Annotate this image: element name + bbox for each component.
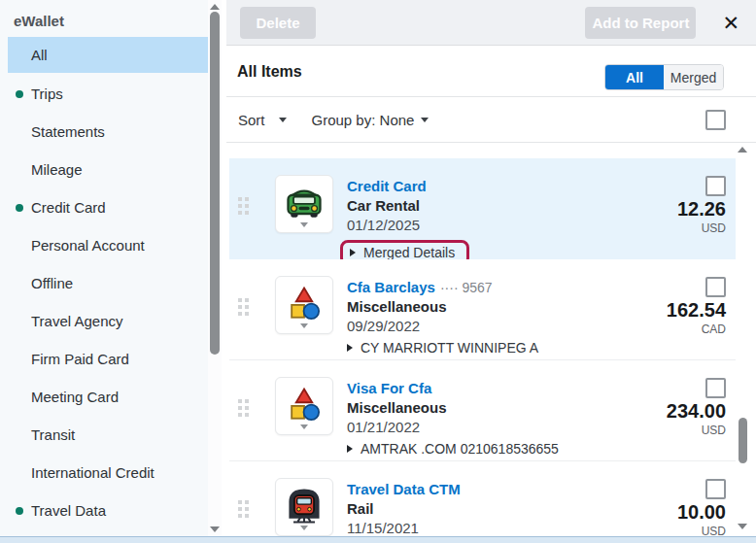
sidebar-item-firm-paid-card[interactable]: Firm Paid Card xyxy=(0,340,208,378)
row-checkbox[interactable] xyxy=(705,176,726,196)
sort-dropdown[interactable]: Sort xyxy=(238,112,265,128)
group-by-dropdown[interactable]: Group by: None xyxy=(312,112,415,128)
chevron-down-icon[interactable] xyxy=(300,323,308,328)
sidebar-item-travel-agency[interactable]: Travel Agency xyxy=(0,302,208,340)
drag-handle-icon[interactable] xyxy=(238,197,249,215)
transaction-row-visa-for-cfa[interactable]: Visa For Cfa Miscellaneous 01/21/2022 AM… xyxy=(229,360,736,461)
scroll-down-icon[interactable] xyxy=(210,526,220,532)
transaction-row-travel-data-ctm[interactable]: Travel Data CTM Rail 11/15/2021 Enterpri… xyxy=(229,461,736,543)
transaction-date: 01/12/2025 xyxy=(347,216,469,235)
sidebar-item-travel-data[interactable]: Travel Data xyxy=(0,492,208,529)
chevron-down-icon[interactable] xyxy=(300,424,308,429)
account-link[interactable]: Visa For Cfa xyxy=(347,379,559,398)
shapes-icon xyxy=(283,384,326,426)
sidebar-list: All Trips Statements Mileage Credit Card… xyxy=(0,37,208,529)
scroll-up-icon[interactable] xyxy=(210,4,220,10)
account-link[interactable]: Cfa Barclays···· 9567 xyxy=(347,278,538,297)
expense-type: Car Rental xyxy=(347,196,469,216)
transaction-text: Credit Card Car Rental 01/12/2025 Merged… xyxy=(347,177,469,266)
expense-type: Miscellaneous xyxy=(347,297,538,317)
transaction-text: Cfa Barclays···· 9567 Miscellaneous 09/2… xyxy=(347,278,538,356)
amount-value: 10.00 xyxy=(677,501,726,524)
active-dot-icon xyxy=(16,204,23,212)
expand-arrow-icon[interactable] xyxy=(347,344,353,352)
sidebar-item-mileage[interactable]: Mileage xyxy=(0,151,208,188)
scroll-up-icon[interactable] xyxy=(738,147,747,153)
expense-type-button[interactable] xyxy=(275,478,333,536)
card-suffix: ···· 9567 xyxy=(440,280,493,295)
merchant-details-toggle[interactable]: CY MARRIOTT WINNIPEG A xyxy=(347,340,538,356)
sidebar-scrollbar-thumb[interactable] xyxy=(210,12,220,355)
amount-value: 162.54 xyxy=(667,299,726,322)
merchant-details-toggle[interactable]: AMTRAK .COM 0210618536655 xyxy=(347,441,559,457)
transaction-text: Visa For Cfa Miscellaneous 01/21/2022 AM… xyxy=(347,379,559,457)
toolbar-right-group: Add to Report ✕ xyxy=(585,7,739,39)
expand-arrow-icon[interactable] xyxy=(350,249,356,256)
sidebar-item-all[interactable]: All xyxy=(8,37,208,73)
expense-type-button[interactable] xyxy=(275,276,333,334)
amount-value: 12.26 xyxy=(677,198,726,221)
row-checkbox[interactable] xyxy=(705,378,726,398)
chevron-down-icon[interactable] xyxy=(279,118,287,122)
transaction-date: 09/29/2022 xyxy=(347,317,538,336)
drag-handle-icon[interactable] xyxy=(238,298,249,316)
sidebar-item-international-credit[interactable]: International Credit xyxy=(0,454,208,492)
transaction-date: 11/15/2021 xyxy=(347,519,492,538)
sidebar-item-offline[interactable]: Offline xyxy=(0,264,208,302)
transaction-row-cfa-barclays[interactable]: Cfa Barclays···· 9567 Miscellaneous 09/2… xyxy=(229,259,736,360)
toggle-merged-button[interactable]: Merged xyxy=(664,65,723,89)
close-icon[interactable]: ✕ xyxy=(722,7,739,39)
car-icon xyxy=(283,182,326,224)
transaction-list: Credit Card Car Rental 01/12/2025 Merged… xyxy=(229,143,736,543)
sidebar-item-personal-account[interactable]: Personal Account xyxy=(0,226,208,264)
sidebar-item-meeting-card[interactable]: Meeting Card xyxy=(0,378,208,416)
toggle-all-button[interactable]: All xyxy=(605,65,664,89)
sidebar: eWallet All Trips Statements Mileage Cre… xyxy=(0,0,208,536)
expense-type-button[interactable] xyxy=(275,377,333,435)
select-all-checkbox[interactable] xyxy=(705,110,726,130)
account-link[interactable]: Travel Data CTM xyxy=(347,480,492,499)
add-to-report-button[interactable]: Add to Report xyxy=(585,7,696,39)
expense-type: Miscellaneous xyxy=(347,398,559,418)
amount-column: 12.26 USD xyxy=(677,176,726,235)
drag-handle-icon[interactable] xyxy=(238,399,249,417)
toolbar: Delete Add to Report ✕ xyxy=(226,0,756,46)
expand-arrow-icon[interactable] xyxy=(347,445,353,453)
row-checkbox[interactable] xyxy=(705,277,726,297)
currency-code: CAD xyxy=(702,322,726,336)
sidebar-item-credit-card[interactable]: Credit Card xyxy=(0,188,208,226)
all-merged-toggle: All Merged xyxy=(604,64,724,90)
page-title: All Items xyxy=(237,63,302,81)
sort-controls: Sort Group by: None xyxy=(238,97,429,142)
list-scrollbar-thumb[interactable] xyxy=(739,418,747,463)
drag-handle-icon[interactable] xyxy=(238,500,249,518)
amount-value: 234.00 xyxy=(667,400,726,423)
shapes-icon xyxy=(283,283,326,325)
sidebar-item-statements[interactable]: Statements xyxy=(0,113,208,151)
row-checkbox[interactable] xyxy=(705,479,726,499)
window-bottom-edge xyxy=(0,536,756,543)
currency-code: USD xyxy=(702,221,726,235)
content-panel: Delete Add to Report ✕ All Items All Mer… xyxy=(226,0,756,536)
chevron-down-icon[interactable] xyxy=(300,222,308,227)
transaction-row-credit-card[interactable]: Credit Card Car Rental 01/12/2025 Merged… xyxy=(229,158,736,259)
sort-controls-row: Sort Group by: None xyxy=(226,97,756,143)
list-scrollbar[interactable] xyxy=(736,143,749,529)
list-header: All Items All Merged xyxy=(226,47,756,97)
expense-type: Rail xyxy=(347,499,492,519)
transaction-date: 01/21/2022 xyxy=(347,418,559,437)
chevron-down-icon[interactable] xyxy=(421,118,429,122)
delete-button[interactable]: Delete xyxy=(240,7,316,39)
expense-type-button[interactable] xyxy=(275,175,333,233)
currency-code: USD xyxy=(702,424,726,437)
account-link[interactable]: Credit Card xyxy=(347,177,469,196)
sidebar-scrollbar[interactable] xyxy=(208,0,222,536)
amount-column: 234.00 USD xyxy=(667,378,726,437)
sidebar-item-trips[interactable]: Trips xyxy=(0,75,208,113)
amount-column: 162.54 CAD xyxy=(667,277,726,336)
scroll-down-icon[interactable] xyxy=(738,524,747,529)
transaction-text: Travel Data CTM Rail 11/15/2021 Enterpri… xyxy=(347,480,492,543)
sidebar-item-transit[interactable]: Transit xyxy=(0,416,208,454)
sidebar-title: eWallet xyxy=(0,0,208,35)
chevron-down-icon[interactable] xyxy=(300,526,308,530)
